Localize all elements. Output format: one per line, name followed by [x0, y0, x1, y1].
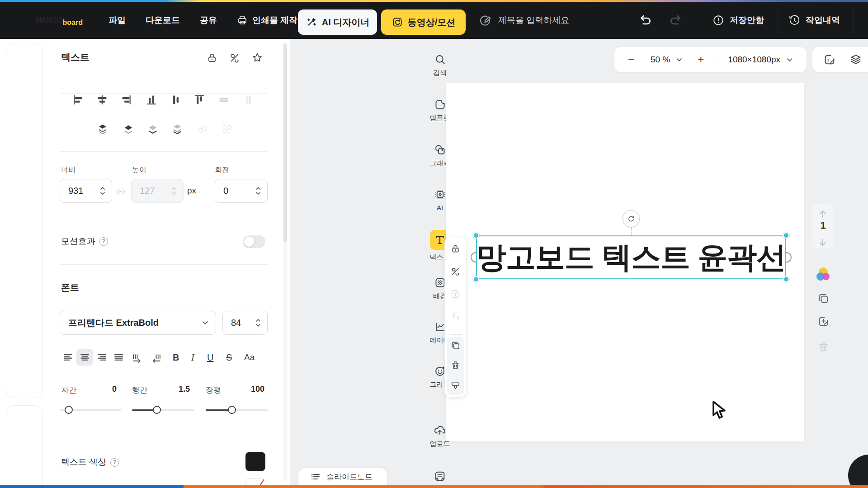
- group-button[interactable]: [196, 123, 209, 137]
- text-color-swatch[interactable]: [245, 452, 265, 471]
- text-case-button[interactable]: Aa: [244, 352, 255, 362]
- send-backward-button[interactable]: [146, 123, 159, 137]
- redo-icon: [668, 13, 684, 28]
- align-top-button[interactable]: [193, 94, 205, 108]
- text-direction-ltr-button[interactable]: [132, 352, 143, 366]
- resize-handle-ne[interactable]: [783, 232, 789, 239]
- menu-share[interactable]: 공유: [200, 14, 217, 26]
- chat-help-button[interactable]: [848, 455, 868, 488]
- ai-designer-button[interactable]: AI 디자이너: [298, 9, 377, 35]
- slider-thumb[interactable]: [65, 406, 73, 414]
- rotation-input[interactable]: 0: [215, 179, 268, 203]
- align-left-button[interactable]: [72, 94, 84, 108]
- slider-thumb[interactable]: [228, 406, 236, 414]
- menu-file[interactable]: 파일: [108, 14, 126, 26]
- canvas-text[interactable]: 망고보드 텍스트 윤곽선: [476, 237, 786, 278]
- zoom-out-button[interactable]: −: [628, 53, 634, 66]
- rotation-handle[interactable]: [623, 210, 640, 227]
- ungroup-icon: [221, 123, 233, 136]
- element-duplicate-button[interactable]: [444, 340, 467, 351]
- text-align-right-button[interactable]: [96, 352, 108, 365]
- layers-icon[interactable]: [849, 53, 862, 66]
- ai-chip-icon: [434, 188, 446, 201]
- resize-handle-sw[interactable]: [473, 276, 479, 282]
- height-stepper[interactable]: [171, 187, 177, 195]
- align-middle-v-button[interactable]: [170, 94, 182, 108]
- logo-main: MANGO: [35, 16, 62, 24]
- template-icon: [434, 99, 446, 111]
- text-box-style-button[interactable]: [444, 289, 467, 299]
- page-add-button[interactable]: [817, 315, 830, 329]
- send-to-back-button[interactable]: [171, 123, 184, 137]
- height-input[interactable]: 127: [131, 179, 184, 203]
- font-size-input[interactable]: 84: [222, 311, 268, 335]
- mangoboard-logo[interactable]: MANGOboard: [35, 2, 83, 39]
- bring-to-front-button[interactable]: [96, 123, 109, 137]
- motion-effect-row: 모션효과 ?: [61, 235, 108, 247]
- align-right-button[interactable]: [120, 94, 132, 108]
- resize-handle-nw[interactable]: [473, 232, 479, 239]
- motion-help-icon[interactable]: ?: [99, 237, 108, 246]
- font-size-stepper[interactable]: [255, 319, 261, 327]
- motion-effect-toggle[interactable]: [243, 235, 265, 248]
- rotation-connector: [631, 227, 632, 235]
- width-input[interactable]: 931: [60, 179, 112, 203]
- page-duplicate-button[interactable]: [817, 292, 830, 306]
- element-opacity-button[interactable]: [444, 266, 467, 277]
- zoom-in-button[interactable]: +: [698, 53, 704, 66]
- line-height-slider[interactable]: [132, 406, 194, 414]
- font-family-select[interactable]: 프리텐다드 ExtraBold: [60, 311, 216, 335]
- text-color-help-icon[interactable]: ?: [110, 458, 119, 467]
- selected-text-element[interactable]: 망고보드 텍스트 윤곽선: [476, 235, 786, 279]
- letter-spacing-slider[interactable]: [60, 406, 121, 414]
- slide-note-tab[interactable]: 슬라이드노트: [298, 468, 387, 486]
- underline-button[interactable]: U: [207, 352, 213, 363]
- logo-sub: board: [62, 19, 82, 27]
- text-justify-button[interactable]: [113, 352, 124, 365]
- undo-button[interactable]: [637, 2, 653, 39]
- width-stepper[interactable]: [100, 187, 105, 195]
- strikethrough-button[interactable]: S: [226, 352, 232, 363]
- page-down-button[interactable]: [817, 237, 828, 249]
- slider-thumb[interactable]: [153, 406, 161, 414]
- document-title[interactable]: 제목을 입력하세요: [478, 2, 569, 39]
- align-center-h-button[interactable]: [96, 94, 108, 108]
- redo-button[interactable]: [668, 2, 684, 39]
- link-dimensions-button[interactable]: [116, 187, 126, 198]
- line-height-value: 1.5: [132, 385, 190, 394]
- video-motion-button[interactable]: 동영상/모션: [381, 9, 466, 35]
- distribute-h-button[interactable]: [218, 94, 230, 108]
- element-lock-button[interactable]: [444, 244, 467, 254]
- menu-download[interactable]: 다운로드: [146, 14, 180, 26]
- format-painter-button[interactable]: [444, 380, 467, 390]
- opacity-button[interactable]: [229, 52, 241, 66]
- history-button[interactable]: 작업내역: [788, 2, 840, 39]
- page-colors-button[interactable]: [815, 267, 832, 286]
- page-view-icon[interactable]: 1: [823, 53, 836, 66]
- bring-forward-button[interactable]: [122, 123, 135, 137]
- text-align-left-button[interactable]: [62, 352, 74, 365]
- rotation-stepper[interactable]: [255, 187, 261, 195]
- ungroup-button[interactable]: [221, 123, 233, 137]
- sidebar-item-inbox[interactable]: [6, 470, 868, 483]
- text-direction-rtl-button[interactable]: [151, 352, 162, 366]
- zoom-chevron-icon[interactable]: [676, 58, 682, 62]
- bold-button[interactable]: B: [173, 352, 179, 363]
- text-style-t2-button[interactable]: T₂: [444, 311, 467, 320]
- size-chevron-icon[interactable]: [787, 58, 793, 62]
- resize-handle-se[interactable]: [783, 276, 789, 282]
- align-right-icon: [120, 94, 132, 106]
- favorite-button[interactable]: [251, 52, 263, 66]
- text-align-center-button[interactable]: [79, 352, 90, 365]
- distribute-v-button[interactable]: [243, 94, 255, 108]
- menu-print[interactable]: 인쇄물 제작: [237, 14, 297, 26]
- element-delete-button[interactable]: [444, 360, 467, 371]
- lock-element-button[interactable]: [206, 52, 218, 66]
- align-bottom-button[interactable]: [146, 94, 157, 108]
- panel-divider-3: [60, 219, 268, 219]
- page-delete-button[interactable]: [817, 341, 830, 355]
- panel-scrollbar-thumb[interactable]: [283, 43, 287, 242]
- italic-button[interactable]: I: [191, 352, 194, 363]
- save-status[interactable]: 저장안함: [712, 2, 764, 39]
- char-width-slider[interactable]: [206, 406, 268, 414]
